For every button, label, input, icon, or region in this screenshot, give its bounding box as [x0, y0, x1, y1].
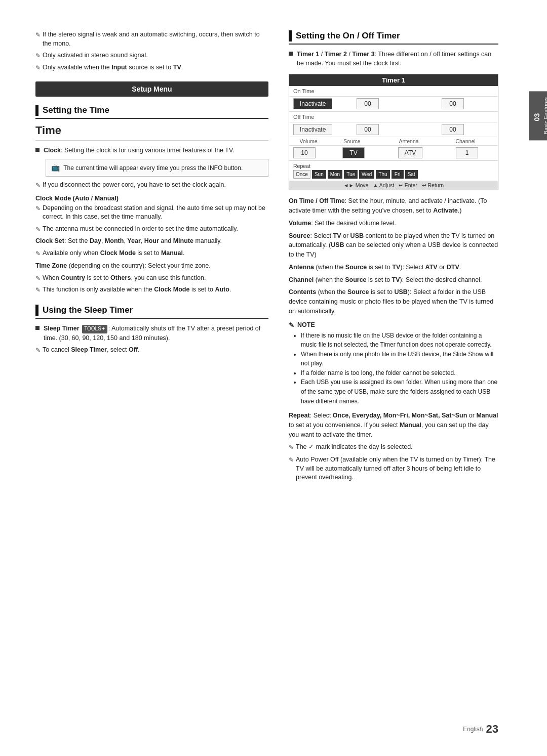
time-zone-note-2: ✎ This function is only available when t… [35, 285, 268, 295]
repeat-label: Repeat [293, 163, 494, 169]
on-time-val1: 00 [364, 100, 371, 107]
note-icon-6: ✎ [35, 225, 41, 234]
day-wed[interactable]: Wed [359, 170, 374, 179]
section-title: Setting the Time [43, 105, 109, 115]
timer-intro-text: Timer 1 / Timer 2 / Timer 3: Three diffe… [297, 50, 498, 68]
volume-desc: Volume: Set the desired volume level. [289, 219, 498, 228]
day-thu[interactable]: Thu [376, 170, 389, 179]
antenna-box[interactable]: ATV [398, 147, 422, 158]
on-off-timer-title: Setting the On / Off Timer [296, 31, 400, 41]
auto-power-off-text: Auto Power Off (available only when the … [296, 455, 498, 482]
footer-lang: English [463, 726, 483, 733]
note-bullet-1: If there is no music file on the USB dev… [301, 331, 498, 350]
antenna-desc: Antenna (when the Source is set to TV): … [289, 263, 498, 272]
day-sat[interactable]: Sat [405, 170, 418, 179]
off-time-label-row: Off Time [289, 111, 498, 122]
page: 03 Basic Features ✎ If the stereo signal… [0, 0, 547, 756]
note-icon-7: ✎ [35, 249, 41, 258]
disconnect-note-text: If you disconnect the power cord, you ha… [43, 181, 226, 190]
note-bullet-4: Each USB you use is assigned its own fol… [301, 377, 498, 406]
day-sun[interactable]: Sun [312, 170, 326, 179]
repeat-row: Repeat Once Sun Mon Tue Wed Thu Fri Sat [289, 160, 498, 181]
footer-page-number: 23 [486, 723, 498, 736]
clock-mode-heading: Clock Mode (Auto / Manual) [35, 195, 268, 202]
off-time-cell-1: 00 [327, 124, 409, 135]
tools-badge: TOOLS✦ [82, 325, 107, 333]
clock-bullet: Clock: Setting the clock is for using va… [35, 146, 268, 155]
col-header-source: Source [324, 138, 380, 144]
note-icon-11: ✎ [289, 443, 294, 452]
note-icon-4: ✎ [35, 181, 41, 190]
note-icon-3: ✎ [35, 64, 41, 72]
off-time-val1-box[interactable]: 00 [357, 124, 379, 135]
off-inactivate-box[interactable]: Inactivate [293, 124, 332, 135]
note-pencil-icon: ✎ [289, 321, 294, 329]
sleep-timer-title: Using the Sleep Timer [43, 305, 133, 315]
source-box[interactable]: TV [342, 147, 365, 158]
on-time-val1-box[interactable]: 00 [357, 98, 379, 109]
time-heading: Time [35, 124, 268, 141]
on-inactivate-label: ▲ Inactivate ▼ [293, 98, 324, 109]
time-zone-note-1: ✎ When Country is set to Others, you can… [35, 274, 268, 283]
setup-menu-label: Setup Menu [132, 85, 172, 93]
checkmark-note: ✎ The ✓ mark indicates the day is select… [289, 443, 498, 452]
on-time-cell-1: 00 [327, 98, 409, 109]
day-fri[interactable]: Fri [392, 170, 404, 179]
on-time-label: On Time [293, 88, 315, 94]
channel-box[interactable]: 1 [456, 147, 478, 158]
info-box-text: The current time will appear every time … [63, 164, 243, 172]
on-time-row: ▲ Inactivate ▼ 00 00 [289, 97, 498, 111]
day-mon[interactable]: Mon [328, 170, 342, 179]
day-once[interactable]: Once [293, 170, 310, 179]
on-off-timer-heading: Setting the On / Off Timer [289, 30, 498, 45]
on-time-label-row: On Time [289, 86, 498, 97]
clock-bullet-text: Clock: Setting the clock is for using va… [44, 146, 235, 155]
volume-box[interactable]: 10 [293, 147, 316, 158]
available-note-text: Available only when Clock Mode is set to… [43, 249, 184, 258]
timer-title-text: Timer 1 [382, 76, 405, 84]
right-column: Setting the On / Off Timer Timer 1 / Tim… [289, 30, 498, 726]
on-time-val2-box[interactable]: 00 [442, 98, 464, 109]
day-tue[interactable]: Tue [344, 170, 358, 179]
timer-intro-bullet: Timer 1 / Timer 2 / Timer 3: Three diffe… [289, 50, 498, 68]
on-inactivate-box[interactable]: ▲ Inactivate ▼ [293, 98, 332, 109]
clock-set-para: Clock Set: Set the Day, Month, Year, Hou… [35, 236, 268, 246]
timer-diagram: Timer 1 On Time ▲ Inactivate ▼ [289, 74, 498, 190]
note-bullet-3: If a folder name is too long, the folder… [301, 368, 498, 378]
top-note-3-text: Only available when the Input source is … [43, 63, 183, 72]
channel-cell: 1 [440, 147, 494, 158]
sleep-timer-text: Sleep Timer TOOLS✦: Automatically shuts … [44, 324, 268, 343]
antenna-cell: ATV [383, 147, 437, 158]
section-bar [35, 105, 38, 116]
time-zone-para: Time Zone (depending on the country): Se… [35, 261, 268, 271]
note-section: ✎ NOTE If there is no music file on the … [289, 321, 498, 406]
available-note: ✎ Available only when Clock Mode is set … [35, 249, 268, 258]
time-zone-note-1-text: When Country is set to Others, you can u… [43, 274, 206, 283]
time-zone-note-2-text: This function is only available when the… [43, 285, 231, 295]
note-icon-10: ✎ [35, 346, 41, 355]
col-header-channel: Channel [437, 138, 494, 144]
timer-title: Timer 1 [289, 74, 498, 86]
channel-desc: Channel (when the Source is set to TV): … [289, 275, 498, 285]
note-bullet-2: When there is only one photo file in the… [301, 350, 498, 368]
note-icon-5: ✎ [35, 204, 41, 213]
top-note-1: ✎ If the stereo signal is weak and an au… [35, 30, 268, 48]
source-cell: TV [327, 147, 380, 158]
sleep-timer-bullet: Sleep Timer TOOLS✦: Automatically shuts … [35, 324, 268, 343]
off-time-val2-box[interactable]: 00 [442, 124, 464, 135]
section-bar-3 [289, 30, 292, 41]
on-time-val2: 00 [449, 100, 456, 107]
cancel-sleep-note: ✎ To cancel Sleep Timer, select Off. [35, 346, 268, 355]
left-column: ✎ If the stereo signal is weak and an au… [35, 30, 268, 726]
checkmark-note-text: The ✓ mark indicates the day is selected… [296, 443, 413, 452]
bullet-icon-3 [289, 52, 293, 56]
cancel-sleep-text: To cancel Sleep Timer, select Off. [43, 346, 140, 355]
clock-mode-note-2: ✎ The antenna must be connected in order… [35, 225, 268, 234]
footer: English 23 [0, 723, 529, 736]
bullet-icon [35, 148, 40, 152]
clock-mode-note-1-text: Depending on the broadcast station and s… [43, 204, 268, 222]
off-time-val1: 00 [364, 126, 371, 133]
off-inactivate-text: Inactivate [300, 126, 326, 133]
off-time-cell-2: 00 [412, 124, 494, 135]
top-note-1-text: If the stereo signal is weak and an auto… [43, 30, 268, 48]
